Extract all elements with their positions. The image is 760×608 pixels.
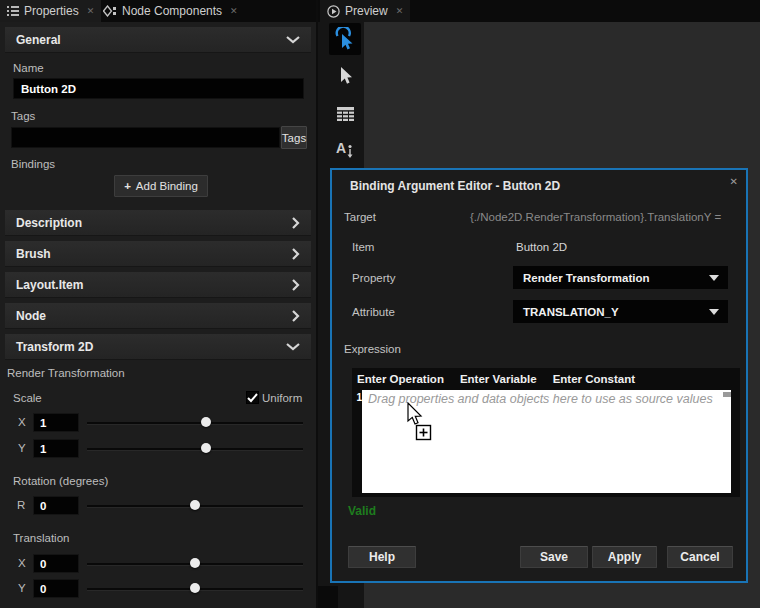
chevron-down-icon <box>286 36 300 44</box>
chevron-down-icon <box>286 343 300 351</box>
axis-label: X <box>18 557 26 569</box>
preview-tabbar: Preview ✕ <box>318 0 760 22</box>
tab-node-components-label: Node Components <box>122 4 222 18</box>
drag-copy-cursor-icon <box>403 402 439 444</box>
slider-thumb[interactable] <box>190 583 200 593</box>
name-input[interactable] <box>13 78 304 99</box>
scale-y-slider[interactable] <box>87 439 303 458</box>
dialog-close-icon[interactable]: ✕ <box>730 176 738 187</box>
apply-button[interactable]: Apply <box>592 546 657 568</box>
slider-thumb[interactable] <box>201 417 211 427</box>
attribute-dropdown[interactable]: TRANSLATION_Y <box>513 300 728 323</box>
expression-toolbar: Enter Operation Enter Variable Enter Con… <box>352 368 740 390</box>
translation-y-input[interactable] <box>33 579 79 598</box>
section-general[interactable]: General <box>5 27 311 53</box>
help-button[interactable]: Help <box>348 546 416 568</box>
text-analyze-tool-button[interactable]: A <box>329 134 361 166</box>
slider-thumb[interactable] <box>190 500 200 510</box>
tab-preview[interactable]: Preview ✕ <box>320 0 410 22</box>
interact-cursor-icon <box>334 27 356 51</box>
translation-label: Translation <box>13 532 69 544</box>
section-transform-2d[interactable]: Transform 2D <box>5 334 311 360</box>
section-label: General <box>16 33 286 47</box>
left-tabbar: Properties ✕ Node Components ✕ <box>0 0 316 22</box>
item-value: Button 2D <box>516 241 567 253</box>
tab-node-components[interactable]: Node Components ✕ <box>96 0 245 22</box>
item-label: Item <box>352 241 374 253</box>
axis-label: X <box>18 416 26 428</box>
select-cursor-icon <box>338 66 353 86</box>
target-label: Target <box>344 211 376 223</box>
interact-tool-button[interactable] <box>329 23 361 55</box>
attribute-label: Attribute <box>352 306 395 318</box>
section-node[interactable]: Node <box>5 303 311 329</box>
name-label: Name <box>13 62 44 74</box>
chevron-right-icon <box>292 248 300 260</box>
chevron-right-icon <box>292 310 300 322</box>
scale-x-slider[interactable] <box>87 413 303 432</box>
tab-properties-label: Properties <box>24 4 79 18</box>
grid-tool-button[interactable] <box>329 98 361 130</box>
target-value: {./Node2D.RenderTransformation}.Translat… <box>470 211 721 223</box>
rotation-label: Rotation (degrees) <box>13 475 108 487</box>
tags-button[interactable]: Tags <box>281 126 307 149</box>
table-grid-icon <box>337 107 354 121</box>
close-icon[interactable]: ✕ <box>230 6 238 16</box>
line-number: 1 <box>353 390 362 493</box>
enter-operation-button[interactable]: Enter Operation <box>357 373 444 385</box>
translation-y-slider[interactable] <box>87 579 303 598</box>
editor-scrollbar[interactable] <box>723 392 731 397</box>
plus-icon: + <box>124 180 131 192</box>
play-circle-icon <box>327 5 340 18</box>
chevron-right-icon <box>292 217 300 229</box>
rotation-input[interactable] <box>33 496 79 515</box>
scale-x-input[interactable] <box>33 413 79 432</box>
chevron-right-icon <box>292 279 300 291</box>
scrollbar-corner <box>318 586 338 608</box>
scale-y-input[interactable] <box>33 439 79 458</box>
section-layout-item[interactable]: Layout.Item <box>5 272 311 298</box>
section-description[interactable]: Description <box>5 210 311 236</box>
properties-panel: General Name Tags Tags Bindings + Add Bi… <box>0 22 316 608</box>
chevron-down-icon <box>709 309 719 315</box>
scale-label: Scale <box>13 392 42 404</box>
property-dropdown[interactable]: Render Transformation <box>513 266 728 289</box>
translation-x-slider[interactable] <box>87 554 303 573</box>
uniform-checkbox[interactable] <box>246 391 259 404</box>
bindings-label: Bindings <box>11 158 55 170</box>
slider-thumb[interactable] <box>201 443 211 453</box>
chevron-down-icon <box>709 275 719 281</box>
slider-track[interactable] <box>87 448 303 450</box>
close-icon[interactable]: ✕ <box>87 6 95 16</box>
translation-x-input[interactable] <box>33 554 79 573</box>
render-transformation-label: Render Transformation <box>7 367 125 379</box>
close-icon[interactable]: ✕ <box>396 6 404 16</box>
enter-constant-button[interactable]: Enter Constant <box>553 373 635 385</box>
add-binding-button[interactable]: + Add Binding <box>114 175 208 197</box>
slider-track[interactable] <box>87 422 303 424</box>
validation-status: Valid <box>348 504 376 518</box>
uniform-label: Uniform <box>262 392 302 404</box>
tab-preview-label: Preview <box>345 4 388 18</box>
slider-thumb[interactable] <box>190 558 200 568</box>
node-components-icon <box>103 5 117 17</box>
expression-label: Expression <box>344 343 401 355</box>
tab-properties[interactable]: Properties ✕ <box>0 0 101 22</box>
select-tool-button[interactable] <box>329 60 361 92</box>
tags-label: Tags <box>11 110 35 122</box>
enter-variable-button[interactable]: Enter Variable <box>460 373 537 385</box>
cancel-button[interactable]: Cancel <box>667 546 733 568</box>
save-button[interactable]: Save <box>520 546 588 568</box>
dialog-title: Binding Argument Editor - Button 2D <box>350 179 560 193</box>
properties-list-icon <box>7 6 19 16</box>
property-label: Property <box>352 272 395 284</box>
axis-label: Y <box>18 582 26 594</box>
checkbox-check-icon <box>247 393 258 403</box>
binding-argument-editor-dialog: Binding Argument Editor - Button 2D ✕ Ta… <box>330 168 748 583</box>
axis-label: R <box>17 499 25 511</box>
tags-input[interactable] <box>11 127 280 148</box>
section-brush[interactable]: Brush <box>5 241 311 267</box>
text-tool-icon: A <box>336 141 354 160</box>
axis-label: Y <box>18 442 26 454</box>
rotation-slider[interactable] <box>87 496 303 515</box>
